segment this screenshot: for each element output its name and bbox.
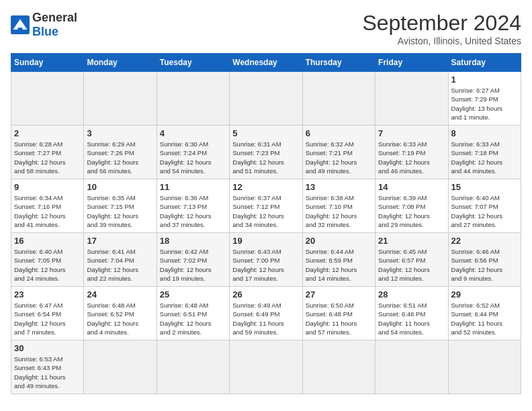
day-number: 20 xyxy=(306,236,372,246)
day-info: Sunrise: 6:46 AMSunset: 6:56 PMDaylight:… xyxy=(451,248,503,282)
day-number: 23 xyxy=(14,289,81,300)
header-saturday: Saturday xyxy=(448,54,521,72)
calendar-cell: 22Sunrise: 6:46 AMSunset: 6:56 PMDayligh… xyxy=(448,233,521,287)
calendar-cell: 23Sunrise: 6:47 AMSunset: 6:54 PMDayligh… xyxy=(11,287,84,340)
calendar-cell: 11Sunrise: 6:36 AMSunset: 7:13 PMDayligh… xyxy=(157,179,229,233)
day-info: Sunrise: 6:41 AMSunset: 7:04 PMDaylight:… xyxy=(87,248,138,282)
day-number: 10 xyxy=(87,182,153,192)
calendar-cell: 24Sunrise: 6:48 AMSunset: 6:52 PMDayligh… xyxy=(84,287,157,340)
calendar-cell: 13Sunrise: 6:38 AMSunset: 7:10 PMDayligh… xyxy=(302,179,375,233)
calendar-cell xyxy=(375,340,448,394)
day-number: 1 xyxy=(451,75,518,85)
day-info: Sunrise: 6:45 AMSunset: 6:57 PMDaylight:… xyxy=(378,248,430,282)
svg-rect-2 xyxy=(18,28,23,30)
calendar-cell: 4Sunrise: 6:30 AMSunset: 7:24 PMDaylight… xyxy=(157,126,229,179)
header-thursday: Thursday xyxy=(302,54,375,72)
calendar-cell: 9Sunrise: 6:34 AMSunset: 7:16 PMDaylight… xyxy=(11,179,84,233)
day-info: Sunrise: 6:42 AMSunset: 7:02 PMDaylight:… xyxy=(160,248,212,282)
calendar-cell: 17Sunrise: 6:41 AMSunset: 7:04 PMDayligh… xyxy=(84,233,157,287)
location-title: Aviston, Illinois, United States xyxy=(362,36,521,46)
day-info: Sunrise: 6:48 AMSunset: 6:51 PMDaylight:… xyxy=(160,302,212,336)
header-wednesday: Wednesday xyxy=(230,54,302,72)
day-info: Sunrise: 6:47 AMSunset: 6:54 PMDaylight:… xyxy=(14,302,66,336)
logo-general: General xyxy=(32,11,77,24)
day-info: Sunrise: 6:50 AMSunset: 6:48 PMDaylight:… xyxy=(306,302,357,336)
day-number: 11 xyxy=(160,182,226,192)
calendar-cell xyxy=(448,340,521,394)
calendar-row: 30Sunrise: 6:53 AMSunset: 6:43 PMDayligh… xyxy=(11,340,521,394)
logo-text: General Blue xyxy=(32,11,77,39)
calendar-cell: 20Sunrise: 6:44 AMSunset: 6:59 PMDayligh… xyxy=(302,233,375,287)
day-number: 28 xyxy=(378,289,445,300)
day-number: 25 xyxy=(160,289,226,300)
day-number: 13 xyxy=(306,182,372,192)
day-number: 8 xyxy=(451,128,518,138)
logo-blue: Blue xyxy=(32,25,58,38)
day-number: 5 xyxy=(232,128,299,138)
day-info: Sunrise: 6:51 AMSunset: 6:46 PMDaylight:… xyxy=(378,302,430,336)
calendar-row: 16Sunrise: 6:40 AMSunset: 7:05 PMDayligh… xyxy=(11,233,521,287)
calendar-cell: 7Sunrise: 6:33 AMSunset: 7:19 PMDaylight… xyxy=(375,126,448,179)
calendar-cell: 15Sunrise: 6:40 AMSunset: 7:07 PMDayligh… xyxy=(448,179,521,233)
day-info: Sunrise: 6:44 AMSunset: 6:59 PMDaylight:… xyxy=(306,248,357,282)
day-number: 27 xyxy=(306,289,372,300)
day-info: Sunrise: 6:27 AMSunset: 7:29 PMDaylight:… xyxy=(451,87,503,121)
weekday-header-row: Sunday Monday Tuesday Wednesday Thursday… xyxy=(11,54,521,72)
calendar-cell: 18Sunrise: 6:42 AMSunset: 7:02 PMDayligh… xyxy=(157,233,229,287)
day-number: 24 xyxy=(87,289,153,300)
day-info: Sunrise: 6:37 AMSunset: 7:12 PMDaylight:… xyxy=(232,194,284,228)
calendar-cell xyxy=(230,340,302,394)
calendar-row: 23Sunrise: 6:47 AMSunset: 6:54 PMDayligh… xyxy=(11,287,521,340)
month-title: September 2024 xyxy=(362,11,521,36)
calendar-cell: 28Sunrise: 6:51 AMSunset: 6:46 PMDayligh… xyxy=(375,287,448,340)
day-info: Sunrise: 6:43 AMSunset: 7:00 PMDaylight:… xyxy=(232,248,284,282)
logo: General Blue xyxy=(11,11,77,39)
day-info: Sunrise: 6:34 AMSunset: 7:16 PMDaylight:… xyxy=(14,194,66,228)
day-info: Sunrise: 6:38 AMSunset: 7:10 PMDaylight:… xyxy=(306,194,357,228)
day-info: Sunrise: 6:53 AMSunset: 6:43 PMDaylight:… xyxy=(14,355,66,390)
header-monday: Monday xyxy=(84,54,157,72)
day-number: 14 xyxy=(378,182,445,192)
day-info: Sunrise: 6:36 AMSunset: 7:13 PMDaylight:… xyxy=(160,194,212,228)
day-number: 15 xyxy=(451,182,518,192)
calendar-cell: 21Sunrise: 6:45 AMSunset: 6:57 PMDayligh… xyxy=(375,233,448,287)
calendar-table: Sunday Monday Tuesday Wednesday Thursday… xyxy=(11,53,521,394)
day-info: Sunrise: 6:35 AMSunset: 7:15 PMDaylight:… xyxy=(87,194,138,228)
title-area: September 2024 Aviston, Illinois, United… xyxy=(362,11,521,46)
day-number: 9 xyxy=(14,182,81,192)
day-number: 7 xyxy=(378,128,445,138)
day-number: 6 xyxy=(306,128,372,138)
logo-icon xyxy=(11,15,30,34)
calendar-cell xyxy=(157,340,229,394)
calendar-cell xyxy=(84,72,157,126)
day-number: 17 xyxy=(87,236,153,246)
calendar-cell: 29Sunrise: 6:52 AMSunset: 6:44 PMDayligh… xyxy=(448,287,521,340)
day-number: 19 xyxy=(232,236,299,246)
calendar-cell: 25Sunrise: 6:48 AMSunset: 6:51 PMDayligh… xyxy=(157,287,229,340)
day-info: Sunrise: 6:33 AMSunset: 7:19 PMDaylight:… xyxy=(378,140,430,175)
calendar-cell xyxy=(230,72,302,126)
header-area: General Blue September 2024 Aviston, Ill… xyxy=(11,11,521,46)
calendar-cell xyxy=(375,72,448,126)
calendar-cell: 16Sunrise: 6:40 AMSunset: 7:05 PMDayligh… xyxy=(11,233,84,287)
header-tuesday: Tuesday xyxy=(157,54,229,72)
day-number: 22 xyxy=(451,236,518,246)
calendar-cell xyxy=(84,340,157,394)
day-info: Sunrise: 6:48 AMSunset: 6:52 PMDaylight:… xyxy=(87,302,138,336)
day-number: 2 xyxy=(14,128,81,138)
day-info: Sunrise: 6:28 AMSunset: 7:27 PMDaylight:… xyxy=(14,140,66,175)
calendar-cell xyxy=(11,72,84,126)
calendar-row: 2Sunrise: 6:28 AMSunset: 7:27 PMDaylight… xyxy=(11,126,521,179)
calendar-cell xyxy=(302,72,375,126)
day-info: Sunrise: 6:32 AMSunset: 7:21 PMDaylight:… xyxy=(306,140,357,175)
header-sunday: Sunday xyxy=(11,54,84,72)
calendar-cell: 2Sunrise: 6:28 AMSunset: 7:27 PMDaylight… xyxy=(11,126,84,179)
header-friday: Friday xyxy=(375,54,448,72)
calendar-cell: 19Sunrise: 6:43 AMSunset: 7:00 PMDayligh… xyxy=(230,233,302,287)
calendar-row: 1Sunrise: 6:27 AMSunset: 7:29 PMDaylight… xyxy=(11,72,521,126)
day-number: 12 xyxy=(232,182,299,192)
day-number: 18 xyxy=(160,236,226,246)
calendar-cell: 10Sunrise: 6:35 AMSunset: 7:15 PMDayligh… xyxy=(84,179,157,233)
day-info: Sunrise: 6:49 AMSunset: 6:49 PMDaylight:… xyxy=(232,302,284,336)
day-info: Sunrise: 6:52 AMSunset: 6:44 PMDaylight:… xyxy=(451,302,503,336)
